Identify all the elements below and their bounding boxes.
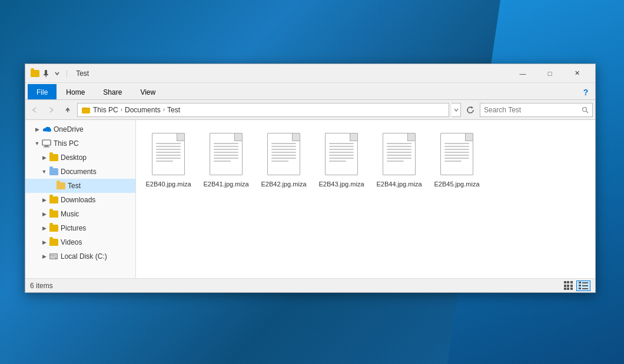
- onedrive-label: OneDrive: [54, 125, 133, 133]
- sidebar-item-pictures[interactable]: ▶ Pictures: [25, 221, 135, 235]
- window-title: Test: [76, 69, 509, 78]
- sidebar-item-desktop[interactable]: ▶ Desktop: [25, 151, 135, 165]
- svg-rect-9: [45, 145, 48, 146]
- file-name: E2B43.jpg.miza: [318, 180, 364, 188]
- ribbon: File Home Share View ?: [25, 83, 595, 100]
- this-pc-icon: [42, 139, 51, 148]
- expand-desktop[interactable]: ▶: [39, 153, 49, 162]
- file-name: E2B40.jpg.miza: [145, 180, 191, 188]
- file-item[interactable]: E2B41.jpg.miza: [200, 126, 253, 193]
- doc-page: [210, 133, 243, 175]
- list-view-icon: [579, 282, 588, 289]
- file-icon: [265, 131, 303, 178]
- downloads-label: Downloads: [61, 196, 133, 204]
- address-path[interactable]: This PC › Documents › Test: [77, 103, 449, 117]
- doc-lines: [329, 143, 354, 163]
- sidebar-item-this-pc[interactable]: ▼ This PC: [25, 136, 135, 151]
- help-button[interactable]: ?: [579, 85, 593, 99]
- this-pc-label: This PC: [54, 139, 133, 148]
- sidebar-item-local-disk[interactable]: ▶ Local Disk (C:): [25, 249, 135, 263]
- up-button[interactable]: [61, 103, 75, 117]
- expand-pictures[interactable]: ▶: [39, 223, 49, 233]
- close-button[interactable]: ✕: [563, 64, 590, 83]
- file-icon: [207, 131, 245, 178]
- sidebar-item-documents[interactable]: ▼ Documents: [25, 165, 135, 179]
- file-icon: [323, 131, 360, 178]
- sidebar: ▶ OneDrive ▼ This PC: [25, 120, 136, 278]
- file-name: E2B41.jpg.miza: [203, 180, 248, 188]
- file-item[interactable]: E2B40.jpg.miza: [142, 126, 195, 193]
- expand-documents[interactable]: ▼: [39, 167, 49, 176]
- expand-this-pc[interactable]: ▼: [32, 139, 42, 148]
- sidebar-item-downloads[interactable]: ▶ Downloads: [25, 193, 135, 207]
- svg-rect-14: [50, 255, 55, 256]
- file-item[interactable]: E2B44.jpg.miza: [373, 126, 426, 193]
- svg-point-6: [583, 107, 587, 111]
- local-disk-label: Local Disk (C:): [61, 252, 133, 261]
- path-test: Test: [167, 106, 180, 114]
- sidebar-item-music[interactable]: ▶ Music: [25, 207, 135, 221]
- title-folder-icon: [30, 69, 39, 78]
- list-view-button[interactable]: [576, 280, 590, 291]
- file-item[interactable]: E2B45.jpg.miza: [430, 126, 483, 193]
- item-count: 6 items: [30, 282, 53, 290]
- local-disk-icon: [49, 252, 58, 261]
- title-down-arrow: [52, 69, 62, 78]
- expand-videos[interactable]: ▶: [39, 238, 49, 247]
- window-controls: — □ ✕: [509, 64, 590, 83]
- refresh-button[interactable]: [463, 103, 477, 117]
- tab-view[interactable]: View: [131, 84, 164, 99]
- music-label: Music: [61, 210, 133, 218]
- expand-downloads[interactable]: ▶: [39, 195, 49, 205]
- file-item[interactable]: E2B42.jpg.miza: [257, 126, 310, 193]
- videos-label: Videos: [61, 238, 133, 246]
- maximize-button[interactable]: □: [536, 64, 563, 83]
- tab-home[interactable]: Home: [57, 84, 94, 99]
- documents-label: Documents: [61, 168, 133, 176]
- svg-rect-1: [44, 74, 48, 75]
- view-buttons: [561, 280, 590, 291]
- title-icons: |: [30, 69, 70, 78]
- search-box[interactable]: [480, 103, 593, 117]
- forward-button[interactable]: [44, 103, 58, 117]
- tab-file[interactable]: File: [28, 84, 57, 99]
- svg-rect-10: [44, 146, 49, 148]
- file-icon: [380, 131, 418, 178]
- expand-onedrive[interactable]: ▶: [32, 125, 42, 134]
- videos-folder-icon: [49, 238, 58, 247]
- expand-music[interactable]: ▶: [39, 209, 49, 219]
- file-name: E2B44.jpg.miza: [376, 180, 421, 188]
- file-name: E2B45.jpg.miza: [434, 180, 479, 188]
- doc-lines: [214, 143, 238, 163]
- address-bar: This PC › Documents › Test: [25, 100, 595, 120]
- test-folder-icon: [56, 181, 65, 191]
- ribbon-tab-list: File Home Share View ?: [25, 83, 595, 99]
- test-label: Test: [68, 182, 133, 190]
- status-bar: 6 items: [25, 278, 595, 292]
- svg-rect-0: [45, 70, 47, 75]
- sidebar-item-test[interactable]: Test: [25, 179, 135, 193]
- file-icon: [150, 131, 187, 178]
- sidebar-item-videos[interactable]: ▶ Videos: [25, 235, 135, 249]
- doc-page: [440, 133, 473, 175]
- downloads-folder-icon: [49, 195, 58, 205]
- main-content: ▶ OneDrive ▼ This PC: [25, 120, 595, 278]
- doc-page: [325, 133, 358, 175]
- minimize-button[interactable]: —: [509, 64, 536, 83]
- grid-view-button[interactable]: [561, 280, 575, 291]
- desktop-folder-icon: [49, 153, 58, 162]
- search-input[interactable]: [484, 106, 579, 114]
- expand-local-disk[interactable]: ▶: [39, 252, 49, 261]
- doc-lines: [271, 143, 296, 163]
- address-dropdown[interactable]: [452, 103, 461, 117]
- file-item[interactable]: E2B43.jpg.miza: [315, 126, 368, 193]
- tab-share[interactable]: Share: [94, 84, 131, 99]
- sidebar-item-onedrive[interactable]: ▶ OneDrive: [25, 122, 135, 136]
- back-button[interactable]: [28, 103, 42, 117]
- svg-rect-8: [42, 140, 51, 145]
- svg-point-13: [55, 258, 57, 259]
- title-pin-icon: [41, 69, 51, 78]
- doc-page: [152, 133, 185, 175]
- pictures-label: Pictures: [61, 224, 133, 232]
- doc-lines: [444, 143, 469, 163]
